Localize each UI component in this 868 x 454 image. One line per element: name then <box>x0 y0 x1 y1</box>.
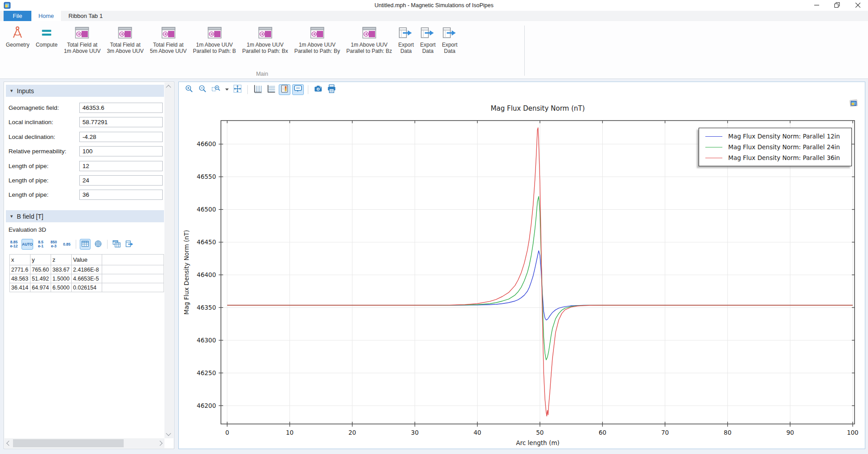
table-cell[interactable]: 48.563 <box>10 274 30 283</box>
caret-down-icon[interactable] <box>224 88 230 91</box>
total-field-5m-button[interactable]: Total Field at 5m Above UUV <box>147 25 190 56</box>
field-input[interactable] <box>79 103 163 113</box>
field-input[interactable] <box>79 161 163 171</box>
y-axis-grid-button[interactable] <box>252 84 263 95</box>
table-cell[interactable]: 383.67 <box>51 265 72 274</box>
export-data-button-1[interactable]: Export Data <box>395 25 417 56</box>
equals-icon <box>40 26 53 40</box>
plot-tooltip-button[interactable] <box>292 84 304 95</box>
image-snapshot-button[interactable] <box>312 84 324 95</box>
zoom-out-button[interactable] <box>197 84 208 95</box>
input-field-row: Length of pipe: <box>4 190 164 200</box>
parallel-path-by-button[interactable]: 1m Above UUV Parallel to Path: By <box>291 25 343 56</box>
grid-x-icon <box>266 84 276 95</box>
chart-title: Mag Flux Density Norm (nT) <box>491 104 585 112</box>
parallel-path-bx-button[interactable]: 1m Above UUV Parallel to Path: Bx <box>239 25 291 56</box>
format-engineering-milli-button[interactable]: 850e-3 <box>48 239 59 250</box>
table-window-button[interactable] <box>111 239 122 250</box>
tab-home[interactable]: Home <box>31 11 61 21</box>
export-data-button-3[interactable]: Export Data <box>439 25 461 56</box>
zoom-box-button[interactable] <box>210 84 222 95</box>
titlebar: Untitled.mph - Magnetic Simulations of I… <box>0 0 868 11</box>
table-cell[interactable]: 51.492 <box>30 274 51 283</box>
field-input[interactable] <box>79 190 163 200</box>
parallel-path-b-button[interactable]: 1m Above UUV Parallel to Path: B <box>190 25 239 56</box>
field-input[interactable] <box>79 117 163 127</box>
legend-label: Mag Flux Density Norm: Parallel 12in <box>728 133 840 140</box>
format-decimal-button[interactable]: 0.85 <box>61 239 72 250</box>
y-tick-label: 46600 <box>197 140 216 147</box>
scroll-left-icon[interactable] <box>6 441 11 445</box>
table-cell[interactable]: 0.026154 <box>72 283 102 292</box>
full-precision-button[interactable] <box>80 239 91 250</box>
scroll-right-icon[interactable] <box>157 441 162 445</box>
evaluation-label: Evaluation 3D <box>9 226 46 233</box>
table-header-cell[interactable]: x <box>10 255 30 265</box>
print-icon <box>327 84 337 95</box>
sidebar-vertical-scrollbar[interactable] <box>164 82 173 438</box>
inputs-section-title: Inputs <box>17 87 34 95</box>
format-automatic-button[interactable]: AUTO <box>22 239 33 250</box>
spherical-button[interactable] <box>93 239 104 250</box>
table-cell[interactable]: 6.5000 <box>51 283 72 292</box>
print-button[interactable] <box>326 84 337 95</box>
zoom-in-button[interactable] <box>183 84 195 95</box>
restore-icon <box>834 1 840 9</box>
table-cell[interactable]: 2771.6 <box>10 265 30 274</box>
table-cell[interactable]: 64.974 <box>30 283 51 292</box>
total-field-1m-button[interactable]: Total Field at 1m Above UUV <box>60 25 104 56</box>
scrollbar-thumb[interactable] <box>13 439 124 447</box>
y-tick-label: 46250 <box>197 369 216 376</box>
plot-window-float-icon[interactable] <box>849 99 859 108</box>
close-button[interactable] <box>847 0 868 11</box>
scroll-down-icon[interactable] <box>166 431 171 436</box>
table-cell[interactable]: 2.4186E-8 <box>72 265 102 274</box>
table-cell[interactable]: 765.60 <box>30 265 51 274</box>
geometry-button[interactable]: Geometry <box>3 25 33 49</box>
plot-window-icon <box>75 26 89 40</box>
table-row[interactable]: 48.56351.4921.50004.6653E-5 <box>10 274 164 283</box>
field-label: Length of pipe: <box>9 191 48 198</box>
compute-button[interactable]: Compute <box>33 25 61 49</box>
field-input[interactable] <box>79 132 163 142</box>
table-cell[interactable]: 36.414 <box>10 283 30 292</box>
ribbon-group-separator <box>524 26 525 76</box>
field-input[interactable] <box>79 175 163 186</box>
export-icon <box>398 26 414 40</box>
inputs-section-header[interactable]: ▾ Inputs <box>6 85 164 97</box>
table-cell[interactable]: 4.6653E-5 <box>72 274 102 283</box>
x-tick-label: 0 <box>225 429 229 436</box>
format-engineering-button[interactable]: 8.5e-1 <box>35 239 46 250</box>
export-icon <box>442 26 458 40</box>
format-scientific-button[interactable]: 8.85e-12 <box>9 239 19 250</box>
tab-ribbon-tab-1[interactable]: Ribbon Tab 1 <box>61 11 110 21</box>
plot-window-icon <box>362 26 376 40</box>
restore-button[interactable] <box>827 0 847 11</box>
table-header-cell[interactable]: z <box>51 255 72 265</box>
minimize-button[interactable] <box>806 0 827 11</box>
sidebar-horizontal-scrollbar[interactable] <box>4 438 164 448</box>
ribbon-button-label: Export Data <box>442 42 458 55</box>
scroll-up-icon[interactable] <box>166 85 171 90</box>
bfield-section-header[interactable]: ▾ B field [T] <box>6 210 164 222</box>
x-axis-grid-button[interactable] <box>265 84 277 95</box>
format-label: AUTO <box>22 242 33 246</box>
y-axis-label: Mag Flux Density Norm (nT) <box>183 230 190 315</box>
table-export-icon <box>125 240 134 249</box>
table-row[interactable]: 36.41464.9746.50000.026154 <box>10 283 164 292</box>
settings-pane: ▾ Inputs Geomagnetic field:Local inclina… <box>4 82 174 449</box>
total-field-3m-button[interactable]: Total Field at 3m Above UUV <box>104 25 147 56</box>
toolbar-separator <box>76 240 76 249</box>
field-input[interactable] <box>79 146 163 156</box>
color-legend-button[interactable] <box>279 84 290 95</box>
parallel-path-bz-button[interactable]: 1m Above UUV Parallel to Path: Bz <box>343 25 395 56</box>
table-row[interactable]: 2771.6765.60383.672.4186E-8 <box>10 265 164 274</box>
table-cell[interactable]: 1.5000 <box>51 274 72 283</box>
table-header-cell[interactable]: y <box>30 255 51 265</box>
x-tick-label: 90 <box>786 429 794 436</box>
tab-file[interactable]: File <box>4 11 31 21</box>
export-table-button[interactable] <box>124 239 135 250</box>
zoom-extents-button[interactable] <box>232 84 243 95</box>
export-data-button-2[interactable]: Export Data <box>417 25 439 56</box>
table-header-cell[interactable]: Value <box>72 255 102 265</box>
